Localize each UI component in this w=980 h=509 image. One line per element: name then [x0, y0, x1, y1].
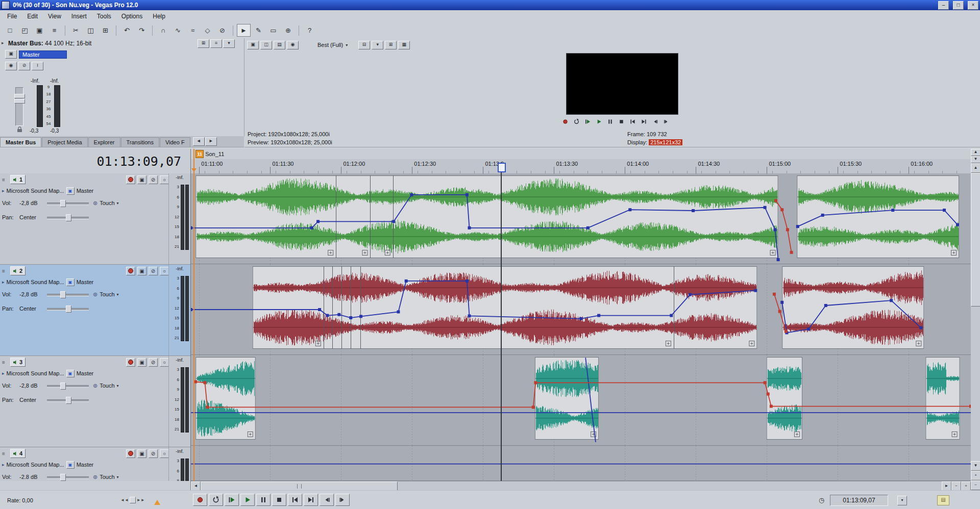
whats-this-help-button[interactable]: ?: [303, 24, 316, 37]
hscroll-track[interactable]: [201, 481, 942, 490]
playhead-cursor[interactable]: [501, 162, 502, 481]
marker-flag[interactable]: 11 Son_11: [195, 150, 224, 158]
record-arm-button[interactable]: [126, 267, 135, 275]
selection-start-marker[interactable]: [191, 168, 197, 172]
automation-settings-icon[interactable]: ⊛: [93, 291, 97, 298]
ruler-spin-up-button[interactable]: ▲: [971, 149, 980, 156]
solo-button[interactable]: ○: [160, 267, 169, 275]
vscroll-down-button[interactable]: ▼: [971, 461, 980, 471]
project-properties-button[interactable]: ≡: [47, 24, 61, 37]
tab-video-f[interactable]: Video F: [160, 137, 190, 147]
menu-edit[interactable]: Edit: [22, 11, 43, 21]
mute-button[interactable]: ⊘: [149, 175, 158, 184]
preview-pause-button[interactable]: [605, 117, 615, 126]
track-header-2[interactable]: ≡ 2 ▣ ⊘ ○ ▸ Microsoft Sound Map... ▣ Mas…: [0, 265, 190, 356]
save-snapshot-button[interactable]: ▤: [274, 41, 285, 49]
track-automation-button[interactable]: ▣: [137, 358, 146, 367]
undo-button[interactable]: ↶: [120, 24, 134, 37]
volume-slider[interactable]: [47, 474, 89, 480]
automation-mode[interactable]: Touch: [100, 474, 114, 480]
ignore-event-grouping-button[interactable]: ⊘: [215, 24, 229, 37]
zoom-out-track-height-button[interactable]: −: [971, 480, 980, 490]
menu-file[interactable]: File: [2, 11, 22, 21]
pan-value[interactable]: Center: [19, 397, 45, 403]
track-device[interactable]: Microsoft Sound Map...: [7, 279, 64, 285]
marker-number[interactable]: 11: [195, 150, 204, 158]
pan-slider[interactable]: [47, 397, 89, 403]
track-drag-handle[interactable]: ≡: [2, 177, 8, 183]
maximize-button[interactable]: □: [953, 1, 964, 10]
bus-assign-button[interactable]: ▣: [66, 370, 75, 377]
volume-slider[interactable]: [47, 200, 89, 206]
pan-value[interactable]: Center: [19, 306, 45, 312]
automation-mode-arrow[interactable]: ▾: [117, 292, 119, 297]
minimize-button[interactable]: –: [938, 1, 949, 10]
automation-mode-arrow[interactable]: ▾: [117, 201, 119, 206]
zoom-out-time-button[interactable]: −: [951, 481, 961, 490]
lock-icon[interactable]: [17, 126, 22, 134]
track-device[interactable]: Microsoft Sound Map...: [7, 462, 64, 468]
record-arm-button[interactable]: [126, 449, 135, 458]
save-button[interactable]: ▣: [33, 24, 46, 37]
scrub-right-icon[interactable]: ►►: [137, 498, 145, 502]
preview-play-from-start-button[interactable]: [582, 117, 593, 126]
automation-mode-arrow[interactable]: ▾: [117, 384, 119, 388]
copy-button[interactable]: ◫: [84, 24, 97, 37]
hscroll-right-button[interactable]: ►: [942, 481, 951, 490]
track-drag-handle[interactable]: ≡: [2, 451, 8, 456]
playhead-marker[interactable]: [498, 163, 506, 172]
track-header-4[interactable]: ≡ 4 ▣ ⊘ ○ ▸ Microsoft Sound Map... ▣ Mas…: [0, 447, 190, 481]
enable-snapping-button[interactable]: ∩: [156, 24, 170, 37]
solo-button[interactable]: ○: [160, 449, 169, 458]
pan-slider[interactable]: [47, 214, 89, 220]
preview-previous-frame-button[interactable]: [650, 117, 660, 126]
selection-edit-tool-button[interactable]: ▭: [266, 24, 280, 37]
timeline-hscrollbar[interactable]: ◄ ► − +: [191, 481, 971, 490]
master-mute-button[interactable]: ⊘: [18, 62, 30, 70]
automation-mode[interactable]: Touch: [100, 383, 114, 389]
track-header-1[interactable]: ≡ 1 ▣ ⊘ ○ ▸ Microsoft Sound Map... ▣ Mas…: [0, 173, 190, 265]
timeline-vscrollbar[interactable]: ▲ ▼ ▲ ▼ + −: [971, 149, 980, 490]
next-frame-button[interactable]: [335, 494, 350, 506]
tab-explorer[interactable]: Explorer: [88, 137, 120, 147]
automation-settings-icon[interactable]: ⊛: [93, 474, 97, 480]
track-automation-button[interactable]: ▣: [137, 175, 146, 184]
auto-ripple-button[interactable]: ≈: [186, 24, 200, 37]
menu-tools[interactable]: Tools: [92, 11, 116, 21]
master-gain-left[interactable]: -0,3: [30, 128, 38, 134]
new-project-button[interactable]: □: [3, 24, 17, 37]
scrub-thumb[interactable]: [130, 497, 136, 503]
tab-project-media[interactable]: Project Media: [42, 137, 87, 147]
master-properties-button[interactable]: ≡: [210, 39, 222, 48]
zoom-in-time-button[interactable]: +: [961, 481, 971, 490]
track-automation-button[interactable]: ▣: [137, 449, 146, 458]
menu-help[interactable]: Help: [148, 11, 170, 21]
master-fader[interactable]: [15, 87, 23, 126]
track-drag-handle[interactable]: ≡: [2, 268, 8, 274]
vol-value[interactable]: -2,8 dB: [19, 200, 45, 206]
normal-edit-tool-button[interactable]: ►: [237, 24, 251, 37]
preview-go-to-end-button[interactable]: [639, 117, 649, 126]
timeline-content[interactable]: 11 Son_11 01:11:0001:11:3001:12:0001:12:…: [191, 149, 971, 490]
safe-area-button[interactable]: ▦: [398, 41, 410, 49]
time-display-menu-arrow[interactable]: ▾: [897, 496, 907, 505]
envelope-edit-tool-button[interactable]: ✎: [252, 24, 265, 37]
timeline-ruler[interactable]: 01:11:0001:11:3001:12:0001:12:3001:13:00…: [191, 159, 971, 174]
track-automation-button[interactable]: ▣: [137, 267, 146, 275]
vscroll-track[interactable]: [971, 173, 980, 461]
bus-assign-button[interactable]: ▣: [66, 187, 75, 195]
vol-value[interactable]: -2,8 dB: [19, 383, 45, 389]
track-drag-handle[interactable]: ≡: [2, 360, 8, 365]
redo-button[interactable]: ↷: [135, 24, 149, 37]
timecode-display[interactable]: 01:13:09,07: [0, 149, 190, 174]
track-1-events[interactable]: [191, 173, 971, 264]
vscroll-up-button[interactable]: ▲: [971, 163, 980, 173]
preview-go-to-start-button[interactable]: [627, 117, 638, 126]
track-number[interactable]: 2: [10, 266, 26, 275]
grid-overlay-button[interactable]: ⊞: [385, 41, 397, 49]
split-screen-dropdown[interactable]: ▾: [372, 41, 383, 49]
rate-display[interactable]: Rate: 0,00: [7, 497, 33, 503]
go-to-start-button[interactable]: [288, 494, 302, 506]
automation-mode[interactable]: Touch: [100, 291, 114, 297]
tab-scroll-left-button[interactable]: ◄: [193, 137, 205, 146]
